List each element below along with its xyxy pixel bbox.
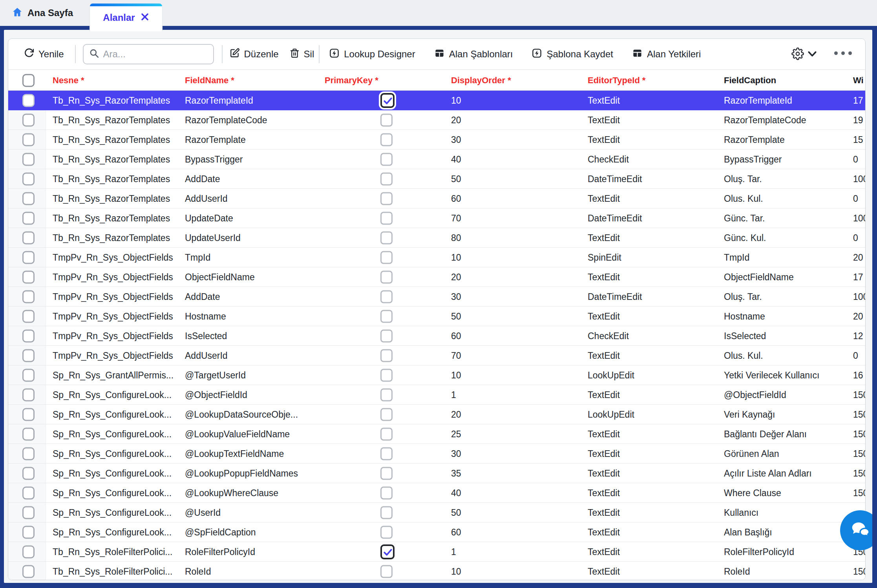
table-row[interactable]: Sp_Rn_Sys_ConfigureLook... @LookupValueF… <box>8 424 865 444</box>
row-select-checkbox[interactable] <box>22 231 35 244</box>
close-icon[interactable] <box>141 13 149 23</box>
row-select-checkbox[interactable] <box>22 133 35 146</box>
primarykey-checkbox[interactable] <box>380 172 393 185</box>
table-row[interactable]: Tb_Rn_Sys_RoleFilterPolici... RoleId 10 … <box>8 562 865 580</box>
more-options-button[interactable] <box>834 39 852 67</box>
row-select-checkbox[interactable] <box>22 565 35 578</box>
search-input[interactable] <box>103 49 208 60</box>
row-select-checkbox[interactable] <box>22 153 35 166</box>
save-template-button[interactable]: Şablona Kaydet <box>532 48 613 61</box>
row-select-checkbox[interactable] <box>22 329 35 342</box>
primarykey-checkbox[interactable] <box>380 329 393 342</box>
primarykey-checkbox[interactable] <box>380 133 393 146</box>
row-select-checkbox[interactable] <box>22 467 35 480</box>
table-row[interactable]: Tb_Rn_Sys_RazorTemplates AddUserId 60 Te… <box>8 189 865 208</box>
row-select-checkbox[interactable] <box>22 506 35 519</box>
row-select-checkbox[interactable] <box>22 172 35 185</box>
table-row[interactable]: Tb_Rn_Sys_RazorTemplates RazorTemplate 3… <box>8 130 865 150</box>
primarykey-checkbox[interactable] <box>380 369 393 382</box>
column-header-editortypeid[interactable]: EditorTypeId* <box>588 70 645 91</box>
table-row[interactable]: Sp_Rn_Sys_ConfigureLook... @ObjectFieldI… <box>8 385 865 405</box>
primarykey-checkbox[interactable] <box>380 93 395 108</box>
table-row[interactable]: TmpPv_Rn_Sys_ObjectFields Hostname 50 Te… <box>8 307 865 326</box>
table-row[interactable]: Sp_Rn_Sys_ConfigureLook... @LookupWhereC… <box>8 483 865 503</box>
primarykey-checkbox[interactable] <box>380 231 393 244</box>
row-select-checkbox[interactable] <box>22 270 35 283</box>
primarykey-checkbox[interactable] <box>380 447 393 460</box>
primarykey-checkbox[interactable] <box>380 388 393 401</box>
cell-fieldcaption: Olus. Kul. <box>724 346 763 365</box>
lookup-designer-button[interactable]: Lookup Designer <box>329 48 415 61</box>
cell-fieldname: @LookupWhereClause <box>185 483 278 503</box>
table-row[interactable]: Tb_Rn_Sys_RoleFilterPolici... RoleFilter… <box>8 542 865 562</box>
edit-button[interactable]: Düzenle <box>230 48 279 60</box>
row-select-checkbox[interactable] <box>22 388 35 401</box>
primarykey-checkbox[interactable] <box>380 408 393 421</box>
table-row[interactable]: Sp_Rn_Sys_GrantAllPermis... @TargetUserI… <box>8 365 865 385</box>
row-select-checkbox[interactable] <box>22 545 35 558</box>
table-row[interactable]: TmpPv_Rn_Sys_ObjectFields AddUserId 70 T… <box>8 346 865 365</box>
primarykey-checkbox[interactable] <box>380 212 393 225</box>
delete-button[interactable]: Sil <box>290 48 314 60</box>
table-row[interactable]: Sp_Rn_Sys_ConfigureLook... @LookupPopupF… <box>8 464 865 483</box>
row-select-checkbox[interactable] <box>22 349 35 362</box>
primarykey-checkbox[interactable] <box>380 544 395 559</box>
primarykey-checkbox[interactable] <box>380 427 393 440</box>
table-row[interactable]: TmpPv_Rn_Sys_ObjectFields ObjectFieldNam… <box>8 267 865 287</box>
column-header-nesne[interactable]: Nesne* <box>53 70 84 91</box>
tab-alanlar[interactable]: Alanlar <box>90 3 163 31</box>
table-row[interactable]: Sp_Rn_Sys_ConfigureLook... @LookupTextFi… <box>8 444 865 464</box>
row-select-checkbox[interactable] <box>22 251 35 264</box>
primarykey-checkbox[interactable] <box>380 270 393 283</box>
table-row[interactable]: Tb_Rn_Sys_RazorTemplates AddDate 50 Date… <box>8 169 865 189</box>
primarykey-checkbox[interactable] <box>380 290 393 303</box>
row-select-checkbox[interactable] <box>22 310 35 323</box>
primarykey-checkbox[interactable] <box>380 251 393 264</box>
field-permissions-button[interactable]: Alan Yetkileri <box>632 48 701 61</box>
primarykey-checkbox[interactable] <box>380 486 393 499</box>
primarykey-checkbox[interactable] <box>380 192 393 205</box>
column-header-width[interactable]: Wi <box>853 70 864 91</box>
primarykey-checkbox[interactable] <box>380 349 393 362</box>
primarykey-checkbox[interactable] <box>380 153 393 166</box>
table-row[interactable]: Tb_Rn_Sys_RazorTemplates UpdateDate 70 D… <box>8 208 865 228</box>
primarykey-checkbox[interactable] <box>380 526 393 539</box>
primarykey-checkbox[interactable] <box>380 506 393 519</box>
select-all-checkbox[interactable] <box>22 74 35 87</box>
primarykey-checkbox[interactable] <box>380 467 393 480</box>
table-row[interactable]: TmpPv_Rn_Sys_ObjectFields TmpId 10 SpinE… <box>8 248 865 267</box>
table-row[interactable]: Sp_Rn_Sys_ConfigureLook... @LookupDataSo… <box>8 405 865 424</box>
column-header-displayorder[interactable]: DisplayOrder* <box>451 70 511 91</box>
row-select-checkbox[interactable] <box>22 113 35 126</box>
row-select-checkbox[interactable] <box>22 290 35 303</box>
refresh-button[interactable]: Yenile <box>24 48 64 60</box>
row-select-checkbox[interactable] <box>22 94 35 107</box>
row-select-checkbox[interactable] <box>22 212 35 225</box>
table-row[interactable]: Sp_Rn_Sys_ConfigureLook... @UserId 50 Te… <box>8 503 865 522</box>
row-select-checkbox[interactable] <box>22 192 35 205</box>
row-select-checkbox[interactable] <box>22 427 35 440</box>
column-chooser-button[interactable] <box>791 39 818 70</box>
table-row[interactable]: TmpPv_Rn_Sys_ObjectFields AddDate 30 Dat… <box>8 287 865 307</box>
table-row[interactable]: Sp_Rn_Sys_ConfigureLook... @SpFieldCapti… <box>8 522 865 542</box>
column-header-fieldname[interactable]: FieldName* <box>185 70 234 91</box>
primarykey-checkbox[interactable] <box>380 310 393 323</box>
tab-home[interactable]: Ana Sayfa <box>12 0 73 26</box>
table-row[interactable]: Tb_Rn_Sys_RazorTemplates BypassTrigger 4… <box>8 150 865 169</box>
row-select-checkbox[interactable] <box>22 526 35 539</box>
toolbar-separator <box>319 45 320 63</box>
column-header-fieldcaption[interactable]: FieldCaption <box>724 70 776 91</box>
row-select-checkbox[interactable] <box>22 369 35 382</box>
column-header-primarykey[interactable]: PrimaryKey* <box>325 70 378 91</box>
field-templates-button[interactable]: Alan Şablonları <box>434 48 513 61</box>
row-select-checkbox[interactable] <box>22 408 35 421</box>
primarykey-checkbox[interactable] <box>380 113 393 126</box>
row-select-checkbox[interactable] <box>22 447 35 460</box>
primarykey-checkbox[interactable] <box>380 565 393 578</box>
table-row[interactable]: Tb_Rn_Sys_RazorTemplates RazorTemplateId… <box>8 91 865 110</box>
table-row[interactable]: TmpPv_Rn_Sys_ObjectFields IsSelected 60 … <box>8 326 865 346</box>
search-box[interactable] <box>83 44 214 64</box>
table-row[interactable]: Tb_Rn_Sys_RazorTemplates RazorTemplateCo… <box>8 110 865 130</box>
row-select-checkbox[interactable] <box>22 486 35 499</box>
table-row[interactable]: Tb_Rn_Sys_RazorTemplates UpdateUserId 80… <box>8 228 865 248</box>
